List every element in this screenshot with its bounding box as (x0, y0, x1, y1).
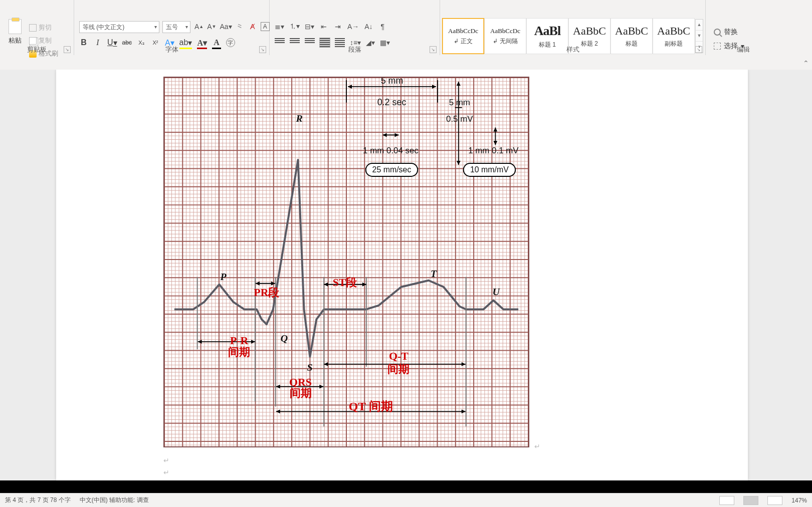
group-styles: AaBbCcDc↲ 正文AaBbCcDc↲ 无间隔AaBl标题 1AaBbC标题… (440, 0, 706, 55)
find-icon (714, 29, 721, 36)
group-label: 样式 (440, 45, 705, 54)
paragraph-mark-icon: ↵ (534, 442, 540, 451)
svg-marker-307 (462, 409, 466, 413)
clipboard-small-buttons: 剪切 复制 格式刷 (29, 21, 58, 60)
group-label: 剪贴板 (0, 45, 74, 54)
dialog-launcher-icon[interactable]: ↘ (259, 46, 266, 53)
font-size-combo[interactable]: 五号 (162, 21, 190, 33)
svg-marker-302 (462, 362, 466, 366)
ribbon: 粘贴 剪切 复制 格式刷 剪贴板 ↘ 等线 (中文正文) 五号 A▲ A▼ Aa… (0, 0, 812, 70)
svg-marker-253 (383, 133, 387, 137)
svg-text:1 mm  0.04 sec: 1 mm 0.04 sec (363, 146, 419, 155)
collapse-ribbon-button[interactable]: ⌃ (803, 59, 809, 67)
numbering-button[interactable]: ⒈▾ (289, 21, 300, 32)
svg-text:10 mm/mV: 10 mm/mV (470, 165, 509, 174)
grow-font-button[interactable]: A▲ (194, 21, 204, 32)
font-family-combo[interactable]: 等线 (中文正文) (79, 21, 159, 33)
document-area[interactable]: 5 mm0.2 sec1 mm 0.04 sec25 mm/sec5 mm0.5… (0, 70, 812, 480)
paste-label: 粘贴 (9, 37, 22, 44)
show-marks-button[interactable]: ¶ (378, 21, 387, 32)
svg-text:0.5 mV: 0.5 mV (446, 114, 473, 124)
svg-text:QRS: QRS (289, 376, 312, 388)
svg-text:T: T (431, 268, 437, 279)
svg-text:P: P (220, 271, 227, 282)
svg-marker-306 (276, 409, 280, 413)
svg-text:5 mm: 5 mm (381, 78, 403, 86)
ecg-diagram: 5 mm0.2 sec1 mm 0.04 sec25 mm/sec5 mm0.5… (163, 77, 529, 447)
phonetic-button[interactable]: ⺀ (236, 21, 245, 32)
svg-text:QT 间期: QT 间期 (349, 400, 393, 413)
svg-text:R: R (296, 113, 303, 124)
increase-indent-button[interactable]: ⇥ (333, 21, 342, 32)
svg-text:S: S (307, 362, 312, 373)
status-bar: 第 4 页，共 7 页 78 个字 中文(中国) 辅助功能: 调查 147% (0, 493, 812, 507)
paste-icon (9, 19, 22, 34)
svg-marker-254 (394, 133, 398, 137)
change-case-button[interactable]: Aa▾ (220, 21, 232, 32)
svg-text:25 mm/sec: 25 mm/sec (372, 165, 412, 174)
svg-marker-296 (276, 385, 280, 389)
svg-text:1 mm  0.1 mV: 1 mm 0.1 mV (468, 146, 519, 155)
paragraph-mark-icon: ↵ (163, 456, 169, 465)
view-web-button[interactable] (767, 496, 782, 505)
decrease-indent-button[interactable]: ⇤ (319, 21, 328, 32)
font-misc-row: A▲ A▼ Aa▾ ⺀ A̸ A (194, 21, 270, 32)
page-count: 第 4 页，共 7 页 78 个字 (5, 496, 71, 504)
svg-text:U: U (492, 286, 500, 297)
cut-icon (29, 24, 37, 32)
group-font: 等线 (中文正文) 五号 A▲ A▼ Aa▾ ⺀ A̸ A B I U▾ abc… (74, 0, 270, 55)
language-status: 中文(中国) 辅助功能: 调查 (80, 496, 149, 504)
shrink-font-button[interactable]: A▼ (207, 21, 216, 32)
svg-marker-297 (319, 385, 323, 389)
view-read-button[interactable] (719, 496, 734, 505)
dialog-launcher-icon[interactable]: ↘ (695, 46, 702, 53)
copy-icon (29, 37, 37, 45)
page: 5 mm0.2 sec1 mm 0.04 sec25 mm/sec5 mm0.5… (56, 70, 748, 480)
paste-button[interactable]: 粘贴 (5, 19, 25, 49)
bullets-button[interactable]: ≣▾ (275, 21, 284, 32)
svg-text:间期: 间期 (387, 363, 410, 375)
group-paragraph: ≣▾ ⒈▾ ⊟▾ ⇤ ⇥ A→ A↓ ¶ ↕≡▾ ◢▾ ▦▾ 段落 ↘ (270, 0, 440, 55)
multilevel-button[interactable]: ⊟▾ (305, 21, 314, 32)
svg-text:0.2 sec: 0.2 sec (377, 97, 407, 107)
svg-marker-265 (493, 127, 497, 131)
sort-button[interactable]: A↓ (364, 21, 373, 32)
group-label: 字体 (74, 45, 269, 54)
group-label: 编辑 (706, 45, 781, 54)
svg-text:间期: 间期 (290, 387, 312, 399)
group-editing: 替换 选择▾ 编辑 (706, 0, 781, 55)
view-print-button[interactable] (743, 496, 758, 505)
paragraph-mark-icon: ↵ (163, 468, 169, 477)
svg-text:Q: Q (281, 333, 288, 344)
dialog-launcher-icon[interactable]: ↘ (64, 46, 71, 53)
svg-marker-260 (457, 161, 461, 165)
group-label: 段落 (270, 45, 440, 54)
svg-text:ST段: ST段 (333, 277, 358, 289)
ltr-button[interactable]: A→ (347, 21, 359, 32)
clear-format-button[interactable]: A̸ (248, 21, 257, 32)
group-clipboard: 粘贴 剪切 复制 格式刷 剪贴板 ↘ (0, 0, 74, 55)
svg-text:PR段: PR段 (254, 287, 280, 299)
svg-text:5 mm: 5 mm (449, 98, 470, 107)
dialog-launcher-icon[interactable]: ↘ (430, 46, 437, 53)
svg-text:Q-T: Q-T (389, 350, 409, 362)
replace-button[interactable]: 替换 (714, 25, 744, 39)
svg-text:P-R: P-R (230, 335, 249, 347)
cut-button[interactable]: 剪切 (29, 21, 58, 34)
svg-text:间期: 间期 (228, 346, 250, 358)
svg-marker-259 (457, 82, 461, 86)
zoom-level[interactable]: 147% (791, 497, 807, 504)
svg-marker-249 (432, 85, 436, 89)
char-border-button[interactable]: A (261, 22, 270, 31)
